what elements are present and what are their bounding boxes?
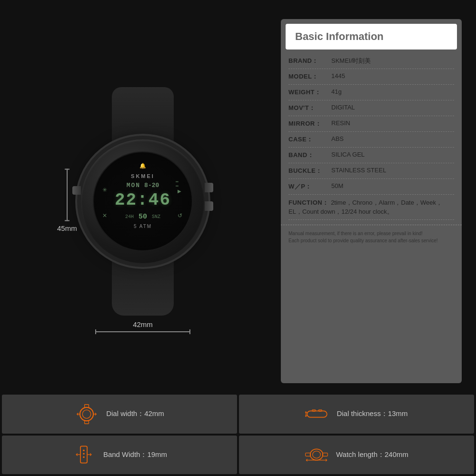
main-container: 45mm bbox=[0, 0, 476, 476]
back-icon: ↺ bbox=[178, 212, 182, 219]
watch-face: ✳ ✕ ▶ ↺ 🔔 ▪▪▪▪ SKMEI MON 8-20 22:46 bbox=[93, 151, 193, 251]
svg-point-17 bbox=[313, 451, 321, 458]
model-value: 1445 bbox=[331, 72, 454, 79]
watch-case: ✳ ✕ ▶ ↺ 🔔 ▪▪▪▪ SKMEI MON 8-20 22:46 bbox=[81, 139, 205, 263]
buckle-value: STAINLESS STEEL bbox=[331, 167, 454, 174]
button-right-top bbox=[205, 183, 213, 192]
weight-label: WEIGHT： bbox=[288, 88, 331, 97]
bell-icon: 🔔 bbox=[139, 163, 146, 169]
movt-value: DIGITAL bbox=[331, 104, 454, 111]
movt-label: MOV'T： bbox=[288, 104, 331, 112]
weight-row: WEIGHT： 41g bbox=[288, 85, 454, 100]
dial-width-icon bbox=[75, 404, 99, 425]
band-value: SILICA GEL bbox=[331, 151, 454, 158]
band-label: BAND： bbox=[288, 151, 331, 159]
watch-outer: 45mm bbox=[52, 68, 233, 335]
watch-steps: 50 bbox=[139, 213, 147, 221]
function-row: FUNCTION： 2time，Chrono，Alarm，Date，Week，E… bbox=[288, 195, 454, 220]
info-divider bbox=[281, 225, 462, 225]
band-row: BAND： SILICA GEL bbox=[288, 148, 454, 163]
dimension-width: 42mm bbox=[95, 318, 190, 332]
buckle-row: BUCKLE： STAINLESS STEEL bbox=[288, 163, 454, 179]
brand-label: BRAND： bbox=[288, 57, 331, 65]
watch-snz: SNZ bbox=[152, 214, 160, 219]
button-right-mid bbox=[205, 201, 213, 211]
wp-label: W／P： bbox=[288, 182, 331, 191]
svg-point-0 bbox=[80, 407, 93, 421]
case-label: CASE： bbox=[288, 135, 331, 144]
grid-icon: ▪▪▪▪ bbox=[176, 179, 178, 188]
weight-value: 41g bbox=[331, 88, 454, 95]
svg-rect-6 bbox=[307, 411, 327, 417]
watch-body: ✳ ✕ ▶ ↺ 🔔 ▪▪▪▪ SKMEI MON 8-20 22:46 bbox=[67, 87, 219, 316]
svg-point-11 bbox=[83, 450, 85, 452]
watch-length-text: Watch length：240mm bbox=[336, 450, 408, 459]
info-body: BRAND： SKMEI/时刻美 MODEL： 1445 WEIGHT： 41g… bbox=[281, 50, 462, 223]
dial-thickness-text: Dial thickness：13mm bbox=[337, 409, 407, 418]
dial-width-text: Dial width：42mm bbox=[106, 409, 164, 418]
watch-date: MON bbox=[127, 182, 140, 189]
button-left-top bbox=[72, 186, 81, 195]
function-label: FUNCTION： bbox=[288, 199, 329, 206]
brand-row: BRAND： SKMEI/时刻美 bbox=[288, 53, 454, 69]
band-width-text: Band Width：19mm bbox=[103, 450, 167, 459]
watch-brand-text: SKMEI bbox=[131, 173, 155, 179]
model-row: MODEL： 1445 bbox=[288, 69, 454, 85]
mirror-row: MIRROR： RESIN bbox=[288, 116, 454, 132]
svg-point-13 bbox=[83, 456, 85, 458]
top-section: 45mm bbox=[0, 0, 476, 393]
watch-atm: 5 ATM bbox=[134, 224, 152, 229]
band-width-icon bbox=[72, 444, 96, 465]
watch-bottom-row: 24H 50 SNZ bbox=[125, 213, 160, 221]
case-value: ABS bbox=[331, 135, 454, 142]
case-row: CASE： ABS bbox=[288, 132, 454, 148]
watch-section: 45mm bbox=[14, 19, 271, 383]
info-disclaimer: Manual measurement, if there is an error… bbox=[281, 227, 462, 249]
info-header: Basic Information bbox=[286, 24, 457, 50]
basic-information-title: Basic Information bbox=[295, 30, 384, 42]
watch-small-time: 8-20 bbox=[144, 182, 159, 189]
svg-point-16 bbox=[310, 449, 323, 460]
play-icon: ▶ bbox=[178, 188, 181, 194]
mirror-label: MIRROR： bbox=[288, 119, 331, 128]
width-label: 42mm bbox=[133, 320, 153, 328]
bottom-section: Dial width：42mm Dial thickness： bbox=[0, 393, 476, 476]
cross-icon: ✕ bbox=[102, 212, 107, 219]
info-card: Basic Information BRAND： SKMEI/时刻美 MODEL… bbox=[281, 19, 462, 383]
watch-length-icon bbox=[305, 446, 328, 463]
wp-value: 50M bbox=[331, 182, 454, 189]
spec-dial-thickness: Dial thickness：13mm bbox=[239, 395, 474, 434]
watch-time: 22:46 bbox=[115, 192, 171, 209]
mirror-value: RESIN bbox=[331, 119, 454, 127]
svg-point-1 bbox=[82, 410, 91, 418]
brand-value: SKMEI/时刻美 bbox=[331, 57, 454, 65]
info-section: Basic Information BRAND： SKMEI/时刻美 MODEL… bbox=[281, 19, 462, 383]
spec-watch-length: Watch length：240mm bbox=[239, 436, 474, 475]
spec-dial-width: Dial width：42mm bbox=[2, 395, 237, 434]
movt-row: MOV'T： DIGITAL bbox=[288, 100, 454, 116]
dial-thickness-icon bbox=[305, 406, 329, 423]
model-label: MODEL： bbox=[288, 72, 331, 81]
spec-band-width: Band Width：19mm bbox=[2, 436, 237, 475]
snowflake-icon: ✳ bbox=[102, 187, 107, 193]
watch-24h: 24H bbox=[125, 214, 134, 219]
buckle-label: BUCKLE： bbox=[288, 167, 331, 175]
svg-point-12 bbox=[83, 453, 85, 455]
wp-row: W／P： 50M bbox=[288, 179, 454, 195]
watch-date-row: MON 8-20 bbox=[127, 182, 159, 189]
